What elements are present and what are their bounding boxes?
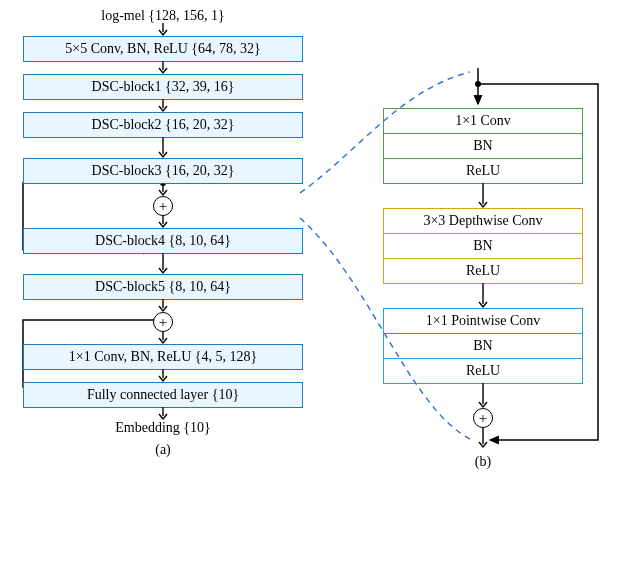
op-relu: ReLU	[383, 259, 583, 284]
svg-point-2	[475, 81, 481, 87]
arrow-icon	[157, 61, 169, 75]
op-relu: ReLU	[383, 159, 583, 184]
op-3x3depthwise: 3×3 Depthwise Conv	[383, 208, 583, 234]
arrow-icon	[477, 383, 489, 409]
arrow-icon	[157, 299, 169, 313]
arrow-icon	[157, 99, 169, 113]
op-bn: BN	[383, 234, 583, 259]
arrow-icon	[157, 407, 169, 421]
block-1x1conv: 1×1 Conv BN ReLU	[383, 108, 583, 184]
output-label: Embedding {10}	[115, 420, 210, 436]
layer-dsc1: DSC-block1 {32, 39, 16}	[23, 74, 303, 100]
arrow-icon	[477, 183, 489, 209]
block-pointwise: 1×1 Pointwise Conv BN ReLU	[383, 308, 583, 384]
arrow-icon	[477, 427, 489, 449]
op-1x1pointwise: 1×1 Pointwise Conv	[383, 308, 583, 334]
layer-dsc2: DSC-block2 {16, 20, 32}	[23, 112, 303, 138]
layer-dsc5: DSC-block5 {8, 10, 64}	[23, 274, 303, 300]
arrow-icon	[157, 369, 169, 383]
input-label: log-mel {128, 156, 1}	[101, 8, 224, 24]
op-bn: BN	[383, 334, 583, 359]
arrow-icon	[157, 253, 169, 275]
arrow-icon	[157, 137, 169, 159]
arrow-icon	[157, 331, 169, 345]
layer-dsc3: DSC-block3 {16, 20, 32}	[23, 158, 303, 184]
arrow-icon	[157, 23, 169, 37]
arrow-icon	[477, 283, 489, 309]
layer-dsc4: DSC-block4 {8, 10, 64}	[23, 228, 303, 254]
add-op-b: +	[473, 408, 493, 428]
layer-fc: Fully connected layer {10}	[23, 382, 303, 408]
add-op-1: +	[153, 196, 173, 216]
panel-b-label: (b)	[475, 454, 491, 470]
op-relu: ReLU	[383, 359, 583, 384]
layer-conv2: 1×1 Conv, BN, ReLU {4, 5, 128}	[23, 344, 303, 370]
panel-a-label: (a)	[155, 442, 171, 458]
add-op-2: +	[153, 312, 173, 332]
arrow-icon	[157, 215, 169, 229]
layer-conv1: 5×5 Conv, BN, ReLU {64, 78, 32}	[23, 36, 303, 62]
op-bn: BN	[383, 134, 583, 159]
op-1x1conv: 1×1 Conv	[383, 108, 583, 134]
arrow-icon	[157, 183, 169, 197]
block-depthwise: 3×3 Depthwise Conv BN ReLU	[383, 208, 583, 284]
